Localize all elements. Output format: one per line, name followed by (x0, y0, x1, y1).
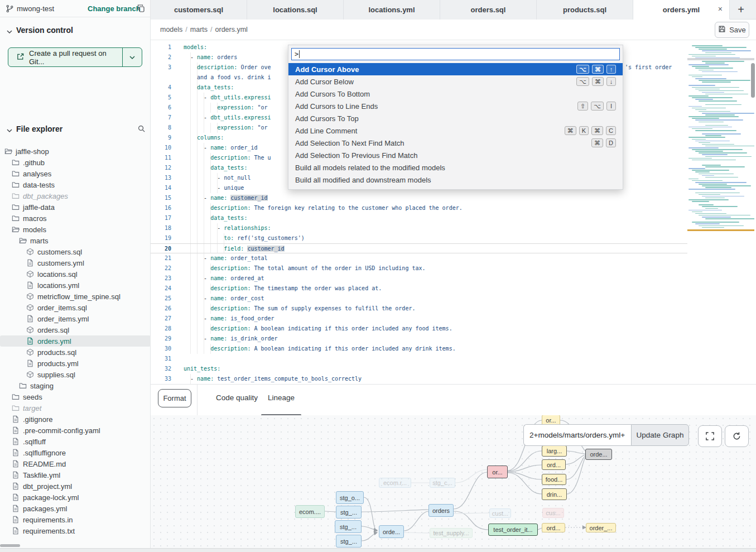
tree-item-orders-yml[interactable]: orders.yml (0, 335, 151, 347)
tree-item-order-items-sql[interactable]: order_items.sql (0, 302, 151, 313)
tree-item-order-items-yml[interactable]: order_items.yml (0, 313, 151, 324)
breadcrumb-part[interactable]: marts (190, 26, 208, 33)
command-palette-input[interactable]: > (291, 48, 620, 60)
lineage-node-test-supply-[interactable]: test_supply... (430, 528, 473, 538)
fullscreen-button[interactable] (698, 425, 722, 447)
save-button[interactable]: Save (715, 22, 749, 38)
command-label: Add Cursors To Top (295, 114, 359, 123)
lineage-node-test-order-it-[interactable]: test_order_it... (488, 524, 538, 536)
command-item-build-all-modified-and-downstream-models[interactable]: Build all modified and downstream models (288, 174, 623, 186)
update-graph-button[interactable]: Update Graph (631, 424, 689, 446)
change-branch-link[interactable]: Change branch (88, 4, 141, 13)
tree-item-products-yml[interactable]: products.yml (0, 358, 151, 369)
lineage-node-ord-[interactable]: ord... (542, 523, 565, 532)
tree-item--pre-commit-config-yaml[interactable]: .pre-commit-config.yaml (0, 425, 151, 436)
tree-item-orders-sql[interactable]: orders.sql (0, 324, 151, 335)
tree-item-dbt-packages[interactable]: dbt_packages (0, 190, 151, 201)
lineage-node-larg-[interactable]: larg... (542, 445, 567, 457)
format-button[interactable]: Format (158, 389, 191, 407)
tree-item-target[interactable]: target (0, 402, 151, 414)
tab-orders-yml[interactable]: orders.yml× (633, 0, 730, 20)
tree-item-analyses[interactable]: analyses (0, 168, 151, 179)
breadcrumb-part[interactable]: orders.yml (215, 26, 248, 33)
tree-item-dbt-project-yml[interactable]: dbt_project.yml (0, 481, 151, 492)
pr-dropdown-toggle[interactable] (122, 48, 142, 66)
editor-vscrollbar-thumb[interactable] (751, 63, 755, 98)
lineage-node-drin-[interactable]: drin... (542, 488, 567, 500)
code-editor[interactable]: 1models:2 - name: orders3 description: O… (151, 40, 756, 384)
lineage-panel[interactable]: ecom....stg_o...stg_...stg_...stg_...ord… (151, 415, 756, 548)
tree-item--sqlfluffignore[interactable]: .sqlfluffignore (0, 447, 151, 458)
tree-item-customers-sql[interactable]: customers.sql (0, 246, 151, 257)
copy-icon[interactable] (137, 4, 146, 15)
lineage-node-cust-[interactable]: cust... (489, 508, 511, 518)
tree-item-locations-yml[interactable]: locations.yml (0, 280, 151, 291)
command-item-add-cursor-below[interactable]: Add Cursor Below⌥⌘↓ (288, 75, 623, 88)
command-item-add-cursor-above[interactable]: Add Cursor Above⌥⌘↑ (288, 63, 623, 75)
tree-item-package-lock-yml[interactable]: package-lock.yml (0, 492, 151, 503)
tree-item-locations-sql[interactable]: locations.sql (0, 268, 151, 280)
lineage-node-stg-o-[interactable]: stg_o... (336, 491, 364, 504)
command-item-add-line-comment[interactable]: Add Line Comment⌘K⌘C (288, 124, 623, 137)
lineage-node-stg-[interactable]: stg_... (335, 520, 362, 533)
tree-item-requirements-in[interactable]: requirements.in (0, 514, 151, 525)
tab-products-sql[interactable]: products.sql (537, 0, 633, 20)
tree-item--github[interactable]: .github (0, 157, 151, 168)
lineage-node-ecom-r-[interactable]: ecom.r... (379, 478, 411, 488)
lineage-node-stg-c-[interactable]: stg_c... (430, 478, 455, 488)
tree-item-data-tests[interactable]: data-tests (0, 179, 151, 190)
tab-customers-sql[interactable]: customers.sql (151, 0, 247, 20)
lineage-selector-input[interactable]: 2+models/marts/orders.yml+ (523, 424, 631, 446)
lineage-node-cus-[interactable]: cus... (542, 508, 564, 518)
lineage-node-stg-[interactable]: stg_... (336, 506, 362, 519)
minimap[interactable] (687, 42, 754, 252)
command-item-add-cursors-to-line-ends[interactable]: Add Cursors to Line Ends⇧⌥I (288, 100, 623, 112)
lineage-node-orde-[interactable]: orde... (379, 525, 404, 538)
lineage-node-stg-[interactable]: stg_... (336, 535, 362, 548)
lineage-node-ord-[interactable]: ord... (542, 459, 566, 470)
tree-item-supplies-sql[interactable]: supplies.sql (0, 369, 151, 380)
command-item-add-cursors-to-top[interactable]: Add Cursors To Top (288, 112, 623, 124)
file-explorer-header[interactable]: File explorer (0, 124, 151, 135)
tree-item-packages-yml[interactable]: packages.yml (0, 503, 151, 514)
lineage-node-order-[interactable]: order_... (586, 523, 616, 532)
lineage-node-orde-[interactable]: orde... (585, 449, 612, 460)
tab-locations-yml[interactable]: locations.yml (344, 0, 440, 20)
command-item-add-cursors-to-bottom[interactable]: Add Cursors To Bottom (288, 88, 623, 100)
version-control-header[interactable]: Version control (0, 25, 151, 36)
tree-item-readme-md[interactable]: README.md (0, 458, 151, 469)
create-pull-request-main[interactable]: Create a pull request on Git... (8, 48, 122, 66)
tree-item-jaffle-shop[interactable]: jaffle-shop (0, 146, 151, 157)
lineage-node-ecom-[interactable]: ecom.... (295, 505, 325, 518)
tab-orders-sql[interactable]: orders.sql (440, 0, 537, 20)
create-pull-request-button[interactable]: Create a pull request on Git... (8, 47, 142, 67)
lineage-node-or-[interactable]: or... (487, 465, 508, 478)
tab-locations-sql[interactable]: locations.sql (247, 0, 344, 20)
tree-item-macros[interactable]: macros (0, 213, 151, 224)
tree-item-taskfile-yml[interactable]: Taskfile.yml (0, 469, 151, 481)
tree-item-seeds[interactable]: seeds (0, 391, 151, 402)
tree-item--sqlfluff[interactable]: .sqlfluff (0, 436, 151, 447)
command-item-build-all-models-related-to-the-modified-models[interactable]: Build all models related to the modified… (288, 161, 623, 174)
tree-item--gitignore[interactable]: .gitignore (0, 414, 151, 425)
refresh-button[interactable] (725, 425, 749, 447)
search-icon[interactable] (137, 124, 146, 135)
tree-item-staging[interactable]: staging (0, 380, 151, 391)
tab-lineage[interactable]: Lineage (268, 393, 295, 402)
tree-item-models[interactable]: models (0, 224, 151, 235)
tree-item-products-sql[interactable]: products.sql (0, 347, 151, 358)
command-item-add-selection-to-previous-find-match[interactable]: Add Selection To Previous Find Match (288, 149, 623, 161)
close-icon[interactable]: × (718, 4, 723, 13)
tree-item-jaffle-data[interactable]: jaffle-data (0, 201, 151, 213)
command-item-add-selection-to-next-find-match[interactable]: Add Selection To Next Find Match⌘D (288, 137, 623, 149)
tree-item-marts[interactable]: marts (0, 235, 151, 246)
tree-item-customers-yml[interactable]: customers.yml (0, 257, 151, 268)
tree-item-requirements-txt[interactable]: requirements.txt (0, 525, 151, 536)
breadcrumb-part[interactable]: models (160, 26, 182, 33)
tab-code-quality[interactable]: Code quality (216, 393, 258, 402)
new-tab-button[interactable]: + (730, 0, 752, 20)
lineage-node-food-[interactable]: food... (542, 474, 566, 485)
sidebar-hscrollbar-thumb[interactable] (0, 544, 20, 547)
tree-item-metricflow-time-spine-sql[interactable]: metricflow_time_spine.sql (0, 291, 151, 302)
lineage-node-orders[interactable]: orders (428, 504, 454, 517)
